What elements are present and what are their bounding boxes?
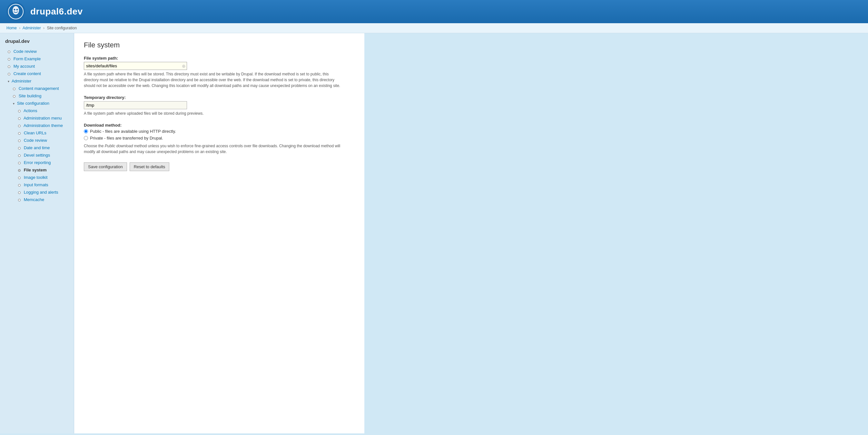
sidebar-item-error-reporting[interactable]: Error reporting xyxy=(0,159,74,166)
bullet-icon xyxy=(18,199,21,201)
bullet-icon xyxy=(8,51,10,53)
bullet-icon xyxy=(18,110,21,112)
reset-to-defaults-button[interactable]: Reset to defaults xyxy=(130,162,169,171)
bullet-icon xyxy=(18,191,21,194)
triangle-down-icon: ▾ xyxy=(13,102,14,105)
main-content: File system File system path: ⊕ A file s… xyxy=(74,33,364,433)
download-method-public-label: Public - files are available using HTTP … xyxy=(90,129,176,134)
header: drupal6.dev xyxy=(0,0,868,23)
svg-point-2 xyxy=(14,9,16,11)
sidebar-item-administer[interactable]: ▾ Administer xyxy=(0,77,74,85)
breadcrumb: Home › Administer › Site configuration xyxy=(0,23,868,33)
temp-directory-label: Temporary directory: xyxy=(84,95,355,100)
file-system-path-input[interactable] xyxy=(84,62,187,70)
file-system-path-wrapper: ⊕ xyxy=(84,62,187,70)
layout: drupal.dev Code review Form Example My a… xyxy=(0,33,868,433)
sidebar-item-administration-menu[interactable]: Administration menu xyxy=(0,114,74,122)
breadcrumb-current: Site configuration xyxy=(47,26,77,30)
temp-directory-input[interactable] xyxy=(84,101,187,109)
sidebar-item-content-management[interactable]: Content management xyxy=(0,85,74,92)
bullet-icon xyxy=(18,154,21,157)
button-row: Save configuration Reset to defaults xyxy=(84,162,355,171)
header-site-name: drupal6.dev xyxy=(30,6,83,17)
bullet-icon xyxy=(18,117,21,120)
sidebar-item-code-review-sub[interactable]: Code review xyxy=(0,137,74,144)
sidebar-item-file-system[interactable]: File system xyxy=(0,166,74,174)
bullet-icon xyxy=(18,162,21,164)
input-drag-icon: ⊕ xyxy=(182,64,186,69)
file-system-path-description: A file system path where the files will … xyxy=(84,71,342,89)
sidebar-item-clean-urls[interactable]: Clean URLs xyxy=(0,129,74,137)
sidebar-item-form-example[interactable]: Form Example xyxy=(0,55,74,63)
triangle-down-icon: ▾ xyxy=(8,79,9,83)
bullet-icon xyxy=(8,58,10,61)
sidebar-item-devel-settings[interactable]: Devel settings xyxy=(0,152,74,159)
download-method-private-option[interactable]: Private - files are transferred by Drupa… xyxy=(84,136,355,140)
sidebar-item-actions[interactable]: Actions xyxy=(0,107,74,114)
download-method-section: Download method: Public - files are avai… xyxy=(84,123,355,155)
download-method-label: Download method: xyxy=(84,123,355,128)
svg-point-1 xyxy=(12,6,19,14)
bullet-icon xyxy=(8,73,10,75)
file-system-path-section: File system path: ⊕ A file system path w… xyxy=(84,56,355,89)
save-configuration-button[interactable]: Save configuration xyxy=(84,162,127,171)
sidebar-item-code-review[interactable]: Code review xyxy=(0,48,74,55)
download-method-public-radio[interactable] xyxy=(84,129,88,133)
sidebar-item-image-toolkit[interactable]: Image toolkit xyxy=(0,174,74,181)
sidebar-item-my-account[interactable]: My account xyxy=(0,63,74,70)
sidebar-item-memcache[interactable]: Memcache xyxy=(0,196,74,203)
bullet-icon xyxy=(8,65,10,68)
sidebar-item-logging-and-alerts[interactable]: Logging and alerts xyxy=(0,189,74,196)
download-method-private-radio[interactable] xyxy=(84,136,88,140)
drupal-logo xyxy=(6,2,25,21)
bullet-icon xyxy=(13,88,16,90)
bullet-icon xyxy=(18,125,21,127)
sidebar-item-date-and-time[interactable]: Date and time xyxy=(0,144,74,152)
sidebar-item-input-formats[interactable]: Input formats xyxy=(0,181,74,189)
bullet-icon xyxy=(18,147,21,149)
breadcrumb-administer[interactable]: Administer xyxy=(23,26,41,30)
bullet-icon xyxy=(18,176,21,179)
breadcrumb-home[interactable]: Home xyxy=(6,26,17,30)
page-title: File system xyxy=(84,41,355,49)
download-method-description: Choose the Public download method unless… xyxy=(84,143,342,155)
file-system-path-label: File system path: xyxy=(84,56,355,61)
sidebar-site-label: drupal.dev xyxy=(0,38,74,48)
temp-directory-section: Temporary directory: A file system path … xyxy=(84,95,355,116)
bullet-icon xyxy=(18,132,21,135)
sidebar-item-administration-theme[interactable]: Administration theme xyxy=(0,122,74,129)
download-method-options: Public - files are available using HTTP … xyxy=(84,129,355,140)
bullet-icon xyxy=(13,95,16,98)
temp-directory-description: A file system path where uploaded files … xyxy=(84,110,342,116)
bullet-icon xyxy=(18,139,21,142)
download-method-private-label: Private - files are transferred by Drupa… xyxy=(90,136,163,140)
sidebar-item-site-configuration[interactable]: ▾ Site configuration xyxy=(0,100,74,107)
download-method-public-option[interactable]: Public - files are available using HTTP … xyxy=(84,129,355,134)
bullet-filled-icon xyxy=(18,169,21,172)
sidebar: drupal.dev Code review Form Example My a… xyxy=(0,33,74,433)
bullet-icon xyxy=(18,184,21,187)
sidebar-item-create-content[interactable]: Create content xyxy=(0,70,74,77)
download-note-italic: Public download xyxy=(105,144,133,148)
sidebar-item-site-building[interactable]: Site building xyxy=(0,92,74,100)
svg-point-3 xyxy=(17,9,18,11)
footer: Drupal xyxy=(0,433,868,435)
